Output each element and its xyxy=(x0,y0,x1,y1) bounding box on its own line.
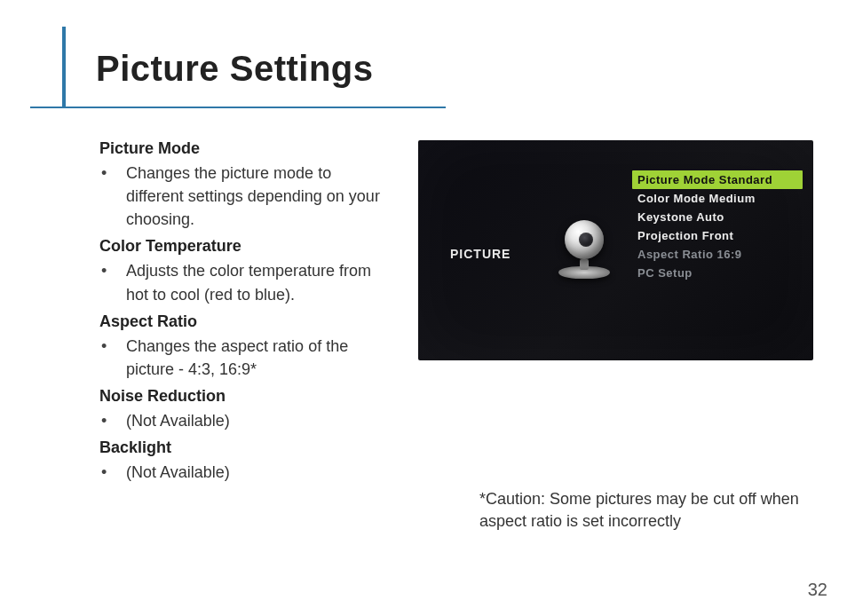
bullet-row: • (Not Available) xyxy=(99,461,388,484)
osd-menu: Picture Mode Standard Color Mode Medium … xyxy=(632,170,803,282)
osd-menu-item-aspect-ratio: Aspect Ratio 16:9 xyxy=(632,245,803,264)
title-rule-horizontal-right xyxy=(64,107,446,108)
heading-picture-mode: Picture Mode xyxy=(99,137,388,160)
bullet-row: • Changes the picture mode to different … xyxy=(99,162,388,231)
heading-noise-reduction: Noise Reduction xyxy=(99,384,388,407)
bullet-dot-icon: • xyxy=(99,461,126,484)
page-title: Picture Settings xyxy=(96,49,374,89)
aspect-ratio-caution: *Caution: Some pictures may be cut off w… xyxy=(479,488,799,533)
bullet-dot-icon: • xyxy=(99,409,126,432)
heading-aspect-ratio: Aspect Ratio xyxy=(99,310,388,333)
bullet-text: Adjusts the color temperature from hot t… xyxy=(126,259,388,305)
osd-menu-item-color-mode: Color Mode Medium xyxy=(632,189,803,208)
bullet-text: (Not Available) xyxy=(126,409,388,432)
projector-osd-screenshot: PICTURE Picture Mode Standard Color Mode… xyxy=(418,140,813,360)
heading-color-temperature: Color Temperature xyxy=(99,234,388,257)
settings-descriptions: Picture Mode • Changes the picture mode … xyxy=(99,133,388,484)
heading-backlight: Backlight xyxy=(99,436,388,459)
projector-icon xyxy=(553,217,615,279)
title-rule-vertical xyxy=(62,27,66,108)
bullet-row: • Changes the aspect ratio of the pictur… xyxy=(99,335,388,381)
bullet-text: Changes the aspect ratio of the picture … xyxy=(126,335,388,381)
bullet-row: • (Not Available) xyxy=(99,409,388,432)
osd-menu-item-pc-setup: PC Setup xyxy=(632,264,803,282)
osd-menu-item-projection: Projection Front xyxy=(632,226,803,245)
bullet-text: Changes the picture mode to different se… xyxy=(126,162,388,231)
bullet-dot-icon: • xyxy=(99,162,126,185)
title-rule-horizontal-left xyxy=(30,107,64,108)
bullet-row: • Adjusts the color temperature from hot… xyxy=(99,259,388,305)
bullet-dot-icon: • xyxy=(99,259,126,282)
osd-menu-item-keystone: Keystone Auto xyxy=(632,208,803,226)
osd-section-label: PICTURE xyxy=(450,247,511,261)
bullet-dot-icon: • xyxy=(99,335,126,358)
bullet-text: (Not Available) xyxy=(126,461,388,484)
page-number: 32 xyxy=(808,580,827,600)
osd-menu-item-picture-mode: Picture Mode Standard xyxy=(632,170,803,189)
